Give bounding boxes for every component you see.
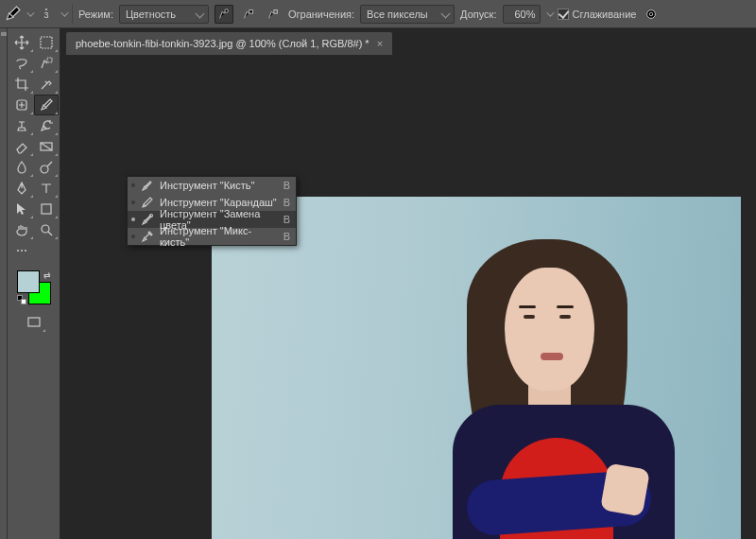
tool-preset-dropdown[interactable] [26, 9, 34, 16]
panel-collapse-strip[interactable] [0, 28, 8, 539]
svg-point-14 [25, 250, 26, 252]
flyout-radio-icon [131, 217, 135, 221]
flyout-shortcut: B [284, 180, 290, 191]
rect-marquee-tool[interactable] [34, 32, 59, 53]
svg-rect-1 [249, 9, 253, 13]
limits-value: Все пикселы [367, 9, 428, 20]
eyedropper-tool[interactable] [34, 74, 59, 95]
tolerance-value: 60% [514, 9, 535, 20]
default-colors-icon[interactable] [17, 295, 26, 304]
canvas[interactable] [212, 197, 741, 539]
mode-value: Цветность [126, 9, 176, 20]
flyout-radio-icon [131, 183, 135, 187]
sampling-bg-swatch-button[interactable] [264, 5, 283, 24]
clone-stamp-tool[interactable] [9, 115, 34, 136]
limits-label: Ограничения: [288, 9, 354, 20]
sampling-continuous-button[interactable] [215, 5, 233, 24]
brush-size-value: 3 [43, 10, 48, 20]
mode-select[interactable]: Цветность [119, 5, 209, 24]
photo-content [212, 197, 741, 539]
flyout-shortcut: B [284, 214, 290, 225]
healing-brush-tool[interactable] [9, 95, 34, 115]
canvas-area[interactable]: Инструмент "Кисть" B Инструмент "Каранда… [60, 55, 756, 539]
lasso-tool[interactable] [9, 53, 34, 74]
pen-tool[interactable] [9, 178, 34, 199]
color-replacement-icon [141, 213, 154, 226]
brush-size-dropdown[interactable] [60, 9, 68, 16]
svg-rect-6 [47, 58, 52, 62]
tools-panel: ⇄ [8, 28, 60, 539]
flyout-label: Инструмент "Микс-кисть" [160, 225, 278, 248]
history-brush-tool[interactable] [34, 115, 59, 136]
anti-alias-label: Сглаживание [573, 9, 637, 20]
flyout-label: Инструмент "Кисть" [160, 180, 278, 191]
svg-rect-5 [41, 37, 52, 48]
separator [72, 4, 73, 25]
svg-point-16 [150, 215, 153, 217]
pressure-size-button[interactable] [642, 5, 661, 24]
color-replacement-icon [4, 6, 21, 23]
eraser-tool[interactable] [9, 136, 34, 157]
swap-colors-icon[interactable]: ⇄ [43, 270, 51, 280]
svg-rect-2 [274, 9, 278, 13]
close-tab-icon[interactable]: × [377, 38, 383, 49]
flyout-item-brush[interactable]: Инструмент "Кисть" B [128, 177, 296, 194]
svg-point-11 [42, 225, 49, 233]
flyout-item-mixer-brush[interactable]: Инструмент "Микс-кисть" B [128, 228, 296, 245]
move-tool[interactable] [9, 32, 34, 53]
flyout-radio-icon [131, 235, 135, 238]
mixer-brush-icon [141, 230, 154, 243]
gradient-tool[interactable] [34, 136, 59, 157]
blur-tool[interactable] [9, 157, 34, 178]
sampling-once-button[interactable] [239, 5, 258, 24]
checkbox-icon [558, 9, 569, 20]
mode-label: Режим: [78, 9, 113, 20]
document-tab-title: phoebe-tonkin-fibi-tonkin-3923.jpg @ 100… [76, 38, 369, 49]
crop-tool[interactable] [9, 74, 34, 95]
more-tools[interactable] [9, 240, 34, 261]
anti-alias-checkbox[interactable]: Сглаживание [558, 9, 637, 20]
svg-rect-15 [28, 318, 40, 326]
path-select-tool[interactable] [9, 199, 34, 219]
tolerance-label: Допуск: [460, 9, 496, 20]
document-tab[interactable]: phoebe-tonkin-fibi-tonkin-3923.jpg @ 100… [66, 32, 392, 55]
brush-size-picker[interactable]: 3 [38, 6, 55, 23]
edit-toolbar-button[interactable] [34, 240, 59, 261]
flyout-label: Инструмент "Карандаш" [160, 197, 278, 208]
document-tabbar: phoebe-tonkin-fibi-tonkin-3923.jpg @ 100… [60, 28, 756, 55]
brush-tool[interactable] [34, 95, 59, 115]
hand-tool[interactable] [9, 219, 34, 240]
options-bar: 3 Режим: Цветность Ограничения: Все пикс… [0, 0, 756, 28]
foreground-color-swatch[interactable] [17, 270, 40, 293]
shape-tool[interactable] [34, 199, 59, 219]
dodge-tool[interactable] [34, 157, 59, 178]
photo-subject [377, 230, 661, 539]
zoom-tool[interactable] [34, 219, 59, 240]
document-area: phoebe-tonkin-fibi-tonkin-3923.jpg @ 100… [60, 28, 756, 539]
svg-rect-10 [42, 204, 51, 214]
color-swatches[interactable]: ⇄ [15, 269, 53, 306]
svg-point-9 [41, 165, 48, 173]
svg-point-4 [650, 12, 654, 16]
svg-point-13 [21, 250, 23, 252]
pencil-icon [141, 196, 154, 209]
tolerance-dropdown[interactable] [546, 9, 554, 16]
flyout-shortcut: B [284, 197, 290, 208]
svg-point-12 [17, 250, 19, 252]
flyout-radio-icon [131, 200, 135, 204]
screen-mode-button[interactable] [22, 312, 46, 333]
quick-select-tool[interactable] [34, 53, 59, 74]
brush-icon [141, 179, 154, 192]
brush-tool-flyout: Инструмент "Кисть" B Инструмент "Каранда… [127, 176, 297, 246]
svg-point-0 [225, 9, 229, 12]
limits-select[interactable]: Все пикселы [360, 5, 455, 24]
collapse-handle-icon [1, 32, 7, 36]
flyout-shortcut: B [284, 231, 290, 242]
type-tool[interactable] [34, 178, 59, 199]
tolerance-input[interactable]: 60% [503, 5, 541, 24]
